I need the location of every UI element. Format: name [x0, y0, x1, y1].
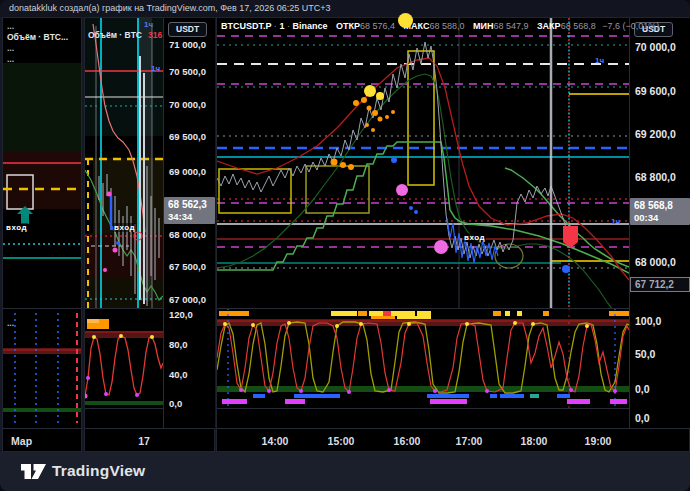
entry-label: вход [113, 223, 136, 232]
last-price-label: 68 568,8 00:34 [630, 198, 690, 225]
tradingview-wordmark: TradingView [52, 462, 145, 480]
osc-tick: 100,0 [635, 315, 661, 327]
footer-bar: TradingView [0, 452, 690, 491]
price-tick: 68 000,0 [635, 256, 676, 268]
price-tick: 68 800,0 [635, 171, 676, 183]
main-price-scale[interactable]: USDT 70 000,0 69 600,0 69 200,0 68 800,0… [629, 18, 690, 428]
symbol-name[interactable]: BTCUSDT.P [221, 21, 271, 31]
left-lower-pane-canvas [3, 308, 81, 428]
entry-label: вход [5, 223, 28, 232]
attribution-bar: donatakkluk создал(а) график на TradingV… [0, 0, 690, 17]
chart-panel-middle[interactable]: Объём · BTC316 1ч 1ч вход USDT 71 000,0 … [84, 17, 215, 452]
left-lower-legend[interactable]: ... [7, 318, 14, 329]
time-tick: 19:00 [585, 435, 612, 447]
legend-row[interactable]: ... [7, 43, 68, 54]
chart-panel-main[interactable]: BTCUSDT.P · 1 · Binance ОТКР68 576,4 МАК… [216, 17, 690, 452]
time-axis-label: 17 [138, 435, 150, 447]
entry-label: вход [463, 233, 486, 242]
pane-separator[interactable] [217, 308, 689, 309]
price-tick: 68 000,0 [169, 229, 206, 240]
open-label: ОТКР [336, 21, 360, 31]
low-value: 68 547,9 [493, 21, 528, 31]
legend-volume-value: 316 [148, 30, 162, 40]
mid-time-axis[interactable]: 17 [85, 428, 214, 454]
legend-row[interactable]: ... [7, 318, 14, 329]
interval-badge: 1ч [611, 217, 620, 226]
last-price-value: 68 568,8 [630, 198, 690, 212]
price-tick: 69 200,0 [635, 128, 676, 140]
time-tick: 17:00 [456, 435, 483, 447]
osc-tick: 0,0 [635, 412, 650, 424]
osc-tick: 120,0 [169, 309, 193, 320]
main-price-pane-canvas [217, 18, 629, 308]
time-axis-label: Мар [11, 435, 32, 447]
osc-tick: 0,0 [169, 398, 182, 409]
mid-legend[interactable]: Объём · BTC316 [88, 30, 162, 41]
separator-dot: · [287, 21, 290, 31]
last-price-label: 68 562,3 34:34 [164, 197, 215, 224]
tradingview-logo-icon [21, 463, 46, 481]
price-tick: 70 000,0 [169, 99, 206, 110]
mid-price-pane-canvas [85, 18, 163, 308]
currency-unit-button[interactable]: USDT [168, 22, 207, 37]
change-value: −7,6 (−0,01%) [602, 21, 659, 31]
osc-tick: 80,0 [169, 339, 188, 350]
mid-price-scale[interactable]: USDT 71 000,0 70 500,0 70 000,0 69 500,0… [163, 18, 215, 428]
tradingview-snapshot: donatakkluk создал(а) график на TradingV… [0, 0, 690, 491]
interval-value[interactable]: 1 [279, 21, 284, 31]
signal-bars [222, 394, 627, 404]
legend-row-volume[interactable]: Объём · BTC... [7, 32, 68, 43]
price-tick: 67 000,0 [169, 294, 206, 305]
last-price-value: 68 562,3 [164, 197, 215, 211]
main-time-axis[interactable]: 14:00 15:00 16:00 17:00 18:00 19:00 [217, 428, 689, 454]
bar-countdown: 00:34 [630, 212, 690, 225]
signal-dot-large [398, 13, 413, 28]
time-tick: 16:00 [394, 435, 421, 447]
pane-separator[interactable] [3, 308, 81, 309]
left-legend[interactable]: ... Объём · BTC... ... ... [7, 21, 68, 65]
low-label: МИН [473, 21, 493, 31]
main-oscillator-pane-canvas [217, 308, 629, 408]
price-tick: 67 500,0 [169, 261, 206, 272]
osc-tick: 0,0 [635, 383, 650, 395]
osc-tick: 50,0 [635, 348, 655, 360]
left-time-axis[interactable]: Мар [3, 428, 81, 454]
pane-separator[interactable] [217, 408, 689, 409]
interval-badge: 1ч [595, 56, 604, 65]
chart-panel-left[interactable]: ... Объём · BTC... ... ... вход ... Мар [2, 17, 82, 452]
time-tick: 14:00 [262, 435, 289, 447]
exchange-name: Binance [292, 21, 327, 31]
legend-volume-title[interactable]: Объём · BTC [88, 30, 142, 40]
price-tick: 69 500,0 [169, 131, 206, 142]
close-value: 68 568,8 [561, 21, 596, 31]
interval-badge: 1ч [151, 64, 160, 73]
price-tick: 71 000,0 [169, 39, 206, 50]
high-value: 68 588,0 [429, 21, 464, 31]
mid-oscillator-pane-canvas [85, 308, 163, 408]
time-tick: 18:00 [521, 435, 548, 447]
price-tick: 69 000,0 [169, 166, 206, 177]
time-tick: 15:00 [328, 435, 355, 447]
close-label: ЗАКР [537, 21, 561, 31]
level-price-label: 67 712,2 [630, 277, 690, 292]
price-tick: 69 600,0 [635, 85, 676, 97]
squeeze-strip [219, 311, 629, 320]
price-tick: 70 500,0 [169, 66, 206, 77]
price-tick: 70 000,0 [635, 41, 676, 53]
separator-dot: · [274, 21, 277, 31]
attribution-text: donatakkluk создал(а) график на TradingV… [9, 3, 331, 13]
legend-row[interactable]: ... [7, 54, 68, 65]
symbol-ohlc-header[interactable]: BTCUSDT.P · 1 · Binance ОТКР68 576,4 МАК… [221, 21, 659, 31]
legend-row[interactable]: ... [7, 21, 68, 32]
open-value: 68 576,4 [360, 21, 395, 31]
bar-countdown: 34:34 [164, 211, 215, 224]
interval-badge: 1ч [144, 20, 153, 29]
osc-tick: 40,0 [169, 369, 188, 380]
